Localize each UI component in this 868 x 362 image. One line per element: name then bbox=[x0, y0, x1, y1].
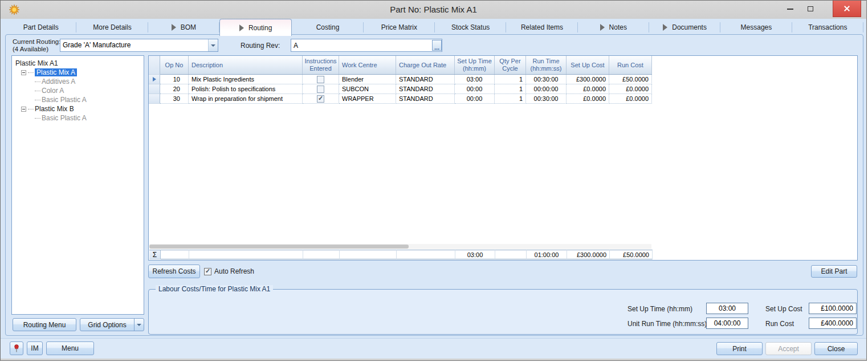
edit-part-button[interactable]: Edit Part bbox=[811, 265, 857, 278]
cell-instructions-entered[interactable] bbox=[303, 94, 339, 104]
horizontal-scrollbar[interactable] bbox=[149, 244, 651, 249]
close-action-button[interactable]: Close bbox=[814, 342, 858, 355]
tab-documents[interactable]: Documents bbox=[649, 20, 720, 35]
column-header-set-up-time[interactable]: Set Up Time(hh:mm) bbox=[455, 56, 495, 75]
cell-charge-out-rate[interactable]: STANDARD bbox=[396, 75, 455, 84]
cell-charge-out-rate[interactable]: STANDARD bbox=[396, 84, 455, 94]
cell-run-time[interactable]: 00:30:00 bbox=[526, 94, 567, 104]
current-routing-select[interactable]: Grade 'A' Manufacture bbox=[60, 39, 218, 52]
cell-work-centre[interactable]: WRAPPER bbox=[339, 94, 396, 104]
column-header-set-up-cost[interactable]: Set Up Cost bbox=[567, 56, 609, 75]
cell-op-no[interactable]: 20 bbox=[160, 84, 189, 94]
cell-op-no[interactable]: 30 bbox=[160, 94, 189, 104]
column-header-charge-out-rate[interactable]: Charge Out Rate bbox=[396, 56, 455, 75]
cell-run-cost[interactable]: £0.0000 bbox=[609, 94, 652, 104]
cell-set-up-time[interactable]: 03:00 bbox=[455, 75, 495, 84]
menu-button[interactable]: Menu bbox=[46, 341, 94, 355]
routing-rev-input[interactable] bbox=[291, 39, 442, 52]
cell-run-time[interactable]: 00:30:00 bbox=[526, 75, 567, 84]
column-header-run-cost[interactable]: Run Cost bbox=[609, 56, 652, 75]
table-row[interactable]: 20 Polish: Polish to specifications SUBC… bbox=[149, 84, 857, 94]
column-header-run-time[interactable]: Run Time(hh:mm:ss) bbox=[526, 56, 567, 75]
tree-node-plastic-mix-a[interactable]: Plastic Mix A bbox=[15, 68, 144, 77]
cell-work-centre[interactable]: SUBCON bbox=[339, 84, 396, 94]
cell-instructions-entered[interactable] bbox=[303, 75, 339, 84]
tab-part-details[interactable]: Part Details bbox=[5, 20, 76, 35]
pin-button[interactable] bbox=[10, 341, 23, 355]
tree-node-color-a[interactable]: Color A bbox=[15, 86, 144, 95]
tab-notes[interactable]: Notes bbox=[578, 20, 649, 35]
column-header-description[interactable]: Description bbox=[189, 56, 303, 75]
column-header-instructions-entered[interactable]: InstructionsEntered bbox=[303, 56, 339, 75]
print-button[interactable]: Print bbox=[716, 342, 763, 355]
cell-run-cost[interactable]: £0.0000 bbox=[609, 84, 652, 94]
cell-description[interactable]: Wrap in preparation for shipment bbox=[189, 94, 303, 104]
collapse-icon[interactable] bbox=[21, 107, 26, 112]
tab-bom[interactable]: BOM bbox=[148, 20, 219, 35]
instructions-checkbox[interactable] bbox=[317, 76, 324, 83]
cell-set-up-cost[interactable]: £0.0000 bbox=[567, 94, 609, 104]
run-cost-input[interactable] bbox=[809, 318, 857, 329]
grid-options-button[interactable]: Grid Options bbox=[80, 318, 144, 331]
tree-node-plastic-mix-b[interactable]: Plastic Mix B bbox=[15, 104, 144, 113]
tab-transactions[interactable]: Transactions bbox=[792, 20, 863, 35]
grid-options-dropdown-button[interactable] bbox=[134, 319, 144, 331]
routing-rev-browse-button[interactable]: ... bbox=[432, 40, 442, 51]
cell-qty-per-cycle[interactable]: 1 bbox=[495, 75, 526, 84]
tab-costing[interactable]: Costing bbox=[292, 20, 363, 35]
im-button[interactable]: IM bbox=[27, 341, 43, 355]
current-routing-value: Grade 'A' Manufacture bbox=[60, 39, 208, 51]
auto-refresh-checkbox[interactable] bbox=[204, 268, 211, 275]
tree-node-basic-plastic-a-2[interactable]: Basic Plastic A bbox=[15, 113, 144, 123]
cell-set-up-time[interactable]: 00:00 bbox=[455, 94, 495, 104]
cell-description[interactable]: Polish: Polish to specifications bbox=[189, 84, 303, 94]
tree-node-label: Basic Plastic A bbox=[42, 96, 87, 104]
row-selector[interactable] bbox=[149, 84, 160, 94]
cell-set-up-time[interactable]: 00:00 bbox=[455, 84, 495, 94]
row-selector[interactable] bbox=[149, 94, 160, 104]
cell-run-cost[interactable]: £50.0000 bbox=[609, 75, 652, 84]
tree-node-basic-plastic-a[interactable]: Basic Plastic A bbox=[15, 95, 144, 104]
tab-routing[interactable]: Routing bbox=[219, 19, 292, 36]
cell-description[interactable]: Mix Plastic Ingredients bbox=[189, 75, 303, 84]
instructions-checkbox[interactable] bbox=[317, 86, 324, 93]
maximize-button[interactable] bbox=[801, 1, 820, 17]
refresh-costs-button[interactable]: Refresh Costs bbox=[148, 265, 200, 278]
tree-node-root[interactable]: Plastic Mix A1 bbox=[15, 59, 144, 68]
minimize-icon bbox=[787, 9, 793, 10]
instructions-checkbox[interactable] bbox=[317, 95, 324, 103]
collapse-icon[interactable] bbox=[21, 70, 26, 75]
cell-run-time[interactable]: 00:00:00 bbox=[526, 84, 567, 94]
row-selector[interactable] bbox=[149, 75, 160, 84]
unit-run-time-input[interactable] bbox=[706, 318, 748, 329]
tab-related-items[interactable]: Related Items bbox=[506, 20, 577, 35]
set-up-time-input[interactable] bbox=[706, 303, 748, 314]
cell-set-up-cost[interactable]: £0.0000 bbox=[567, 84, 609, 94]
cell-qty-per-cycle[interactable]: 1 bbox=[495, 84, 526, 94]
tab-stock-status[interactable]: Stock Status bbox=[435, 20, 506, 35]
tree-node-additives-a[interactable]: Additives A bbox=[15, 77, 144, 86]
table-row[interactable]: 10 Mix Plastic Ingredients Blender STAND… bbox=[149, 75, 857, 84]
table-row[interactable]: 30 Wrap in preparation for shipment WRAP… bbox=[149, 94, 857, 104]
combo-dropdown-button[interactable] bbox=[208, 39, 218, 51]
tab-messages[interactable]: Messages bbox=[720, 20, 792, 35]
cell-set-up-cost[interactable]: £300.0000 bbox=[567, 75, 609, 84]
accept-button[interactable]: Accept bbox=[765, 342, 812, 355]
cell-qty-per-cycle[interactable]: 1 bbox=[495, 94, 526, 104]
column-header-qty-per-cycle[interactable]: Qty PerCycle bbox=[495, 56, 526, 75]
cell-work-centre[interactable]: Blender bbox=[339, 75, 396, 84]
close-icon bbox=[843, 5, 850, 12]
routing-menu-button[interactable]: Routing Menu bbox=[13, 318, 76, 331]
cell-charge-out-rate[interactable]: STANDARD bbox=[396, 94, 455, 104]
column-header-label: Run Cost bbox=[617, 62, 643, 69]
cell-instructions-entered[interactable] bbox=[303, 84, 339, 94]
column-header-work-centre[interactable]: Work Centre bbox=[339, 56, 396, 75]
minimize-button[interactable] bbox=[780, 1, 800, 17]
cell-op-no[interactable]: 10 bbox=[160, 75, 189, 84]
column-header-op-no[interactable]: Op No bbox=[160, 56, 189, 75]
close-button[interactable] bbox=[833, 1, 861, 17]
tab-more-details[interactable]: More Details bbox=[76, 20, 148, 35]
tab-price-matrix[interactable]: Price Matrix bbox=[364, 20, 435, 35]
set-up-cost-input[interactable] bbox=[809, 303, 857, 314]
scrollbar-thumb[interactable] bbox=[149, 245, 409, 249]
